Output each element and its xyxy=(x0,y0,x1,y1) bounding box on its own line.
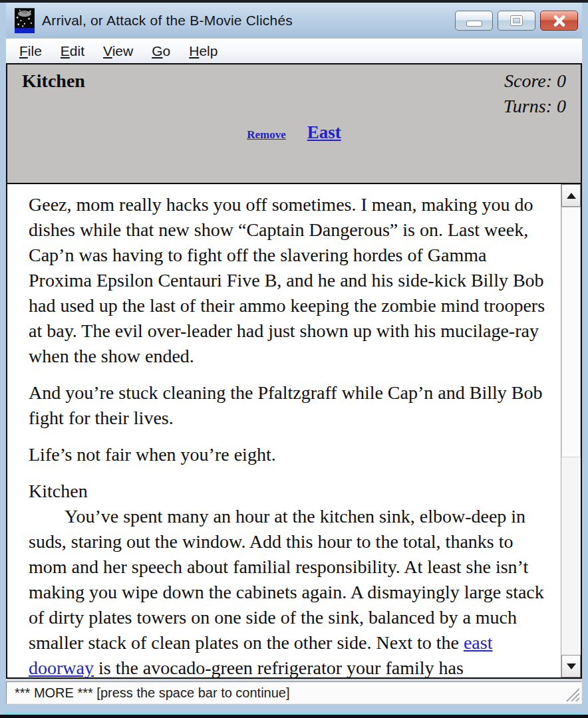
story-paragraph: Life’s not fair when you’re eight. xyxy=(29,442,551,467)
game-content: Kitchen Score: 0 Turns: 0 Remove East Ge… xyxy=(6,63,582,679)
menu-view[interactable]: View xyxy=(94,42,142,60)
close-button[interactable] xyxy=(540,11,578,31)
app-icon[interactable] xyxy=(15,8,35,33)
turns-display: Turns: 0 xyxy=(504,96,566,116)
more-prompt: *** MORE *** [press the space bar to con… xyxy=(15,685,290,701)
scroll-down-button[interactable] xyxy=(561,655,581,677)
close-icon xyxy=(552,15,567,27)
vertical-scrollbar xyxy=(561,184,581,677)
room-name: Kitchen xyxy=(22,70,85,92)
story-area: Geez, mom really hacks you off sometimes… xyxy=(7,184,581,677)
menu-bar: File Edit View Go Help xyxy=(6,39,582,63)
app-window: Arrival, or Attack of the B-Movie Cliché… xyxy=(0,0,588,718)
room-heading-paragraph: Kitchen xyxy=(29,479,551,504)
title-bar[interactable]: Arrival, or Attack of the B-Movie Cliché… xyxy=(6,3,582,39)
paragraph-text: You’ve spent many an hour at the kitchen… xyxy=(29,506,544,653)
minimize-icon xyxy=(467,21,482,26)
chevron-up-icon xyxy=(567,193,576,199)
paragraph-text: is the avocado-green refrigerator your f… xyxy=(94,658,464,677)
story-paragraph: And you’re stuck cleaning the Pfaltzgraf… xyxy=(29,380,551,431)
story-text: Geez, mom really hacks you off sometimes… xyxy=(7,184,561,677)
menu-help[interactable]: Help xyxy=(180,42,227,60)
score-display: Score: 0 xyxy=(504,70,566,92)
story-paragraph: Geez, mom really hacks you off sometimes… xyxy=(29,192,551,369)
resize-grip-icon[interactable] xyxy=(565,687,579,701)
remove-command-link[interactable]: Remove xyxy=(247,128,286,141)
east-command-link[interactable]: East xyxy=(307,122,341,142)
window-controls xyxy=(455,11,578,31)
menu-edit[interactable]: Edit xyxy=(51,42,94,60)
status-panel: Kitchen Score: 0 Turns: 0 Remove East xyxy=(7,64,581,184)
chevron-down-icon xyxy=(567,663,576,669)
scrollbar-track[interactable] xyxy=(561,207,581,655)
menu-go[interactable]: Go xyxy=(142,42,180,60)
minimize-button[interactable] xyxy=(455,11,493,31)
scrollbar-thumb[interactable] xyxy=(561,207,581,457)
window-title: Arrival, or Attack of the B-Movie Cliché… xyxy=(42,13,293,29)
maximize-button[interactable] xyxy=(498,11,535,31)
story-paragraph: You’ve spent many an hour at the kitchen… xyxy=(29,504,551,677)
window-border-edge xyxy=(0,715,588,718)
maximize-icon xyxy=(511,16,522,25)
status-bar: *** MORE *** [press the space bar to con… xyxy=(6,681,582,704)
scroll-up-button[interactable] xyxy=(561,184,581,207)
menu-file[interactable]: File xyxy=(10,42,51,60)
